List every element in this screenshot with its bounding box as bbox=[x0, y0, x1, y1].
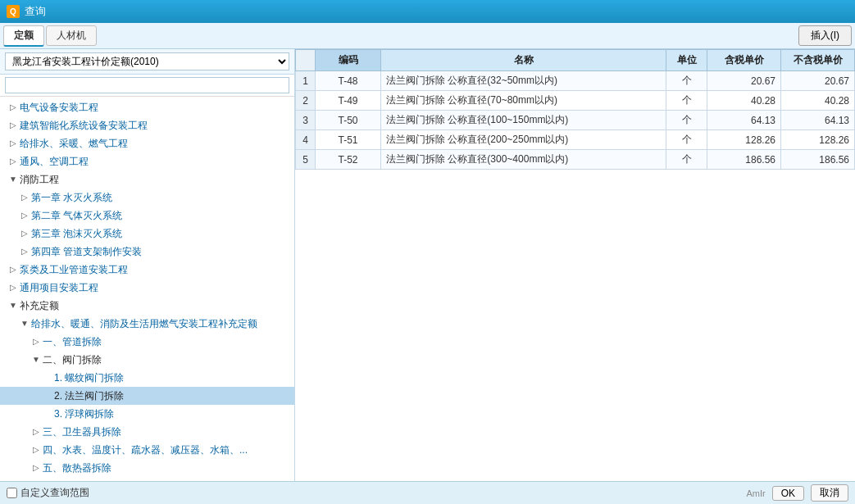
tree-item-extra1-2-3[interactable]: 3. 浮球阀拆除 bbox=[0, 405, 294, 423]
tree-item-fire1[interactable]: ▷第一章 水灭火系统 bbox=[0, 188, 294, 207]
tree-item-fire3[interactable]: ▷第三章 泡沫灭火系统 bbox=[0, 225, 294, 243]
tree-label-extra1: 给排水、暖通、消防及生活用燃气安装工程补充定额 bbox=[31, 316, 257, 331]
tree-item-extra1-4[interactable]: ▷四、水表、温度计、疏水器、减压器、水箱、... bbox=[0, 441, 294, 459]
tree-item-extra1[interactable]: ▼给排水、暖通、消防及生活用燃气安装工程补充定额 bbox=[0, 315, 294, 333]
tree-item-extra1-2-1[interactable]: 1. 螺纹阀门拆除 bbox=[0, 369, 294, 387]
tree-label-fire3: 第三章 泡沫灭火系统 bbox=[31, 226, 122, 241]
table-row[interactable]: 4T-51法兰阀门拆除 公称直径(200~250mm以内)个128.26128.… bbox=[296, 130, 855, 150]
tree-item-pump[interactable]: ▷泵类及工业管道安装工程 bbox=[0, 261, 294, 279]
tree-container[interactable]: ▷电气设备安装工程▷建筑智能化系统设备安装工程▷给排水、采暖、燃气工程▷通风、空… bbox=[0, 97, 294, 481]
tree-item-extra1-6[interactable]: ▷六、锅炉及部件、砌体拆除 bbox=[0, 477, 294, 481]
col-notaxprice-header: 不含税单价 bbox=[781, 50, 855, 71]
cell-num: 3 bbox=[296, 111, 316, 130]
tree-toggle-water[interactable]: ▷ bbox=[7, 137, 20, 150]
col-taxprice-header: 含税单价 bbox=[707, 50, 781, 71]
app-icon: Q bbox=[7, 5, 20, 18]
table-body: 1T-48法兰阀门拆除 公称直径(32~50mm以内)个20.6720.672T… bbox=[296, 71, 855, 170]
tree-toggle-hvac[interactable]: ▷ bbox=[7, 155, 20, 168]
cell-taxprice: 64.13 bbox=[707, 111, 781, 130]
tree-item-extra[interactable]: ▼补充定额 bbox=[0, 297, 294, 315]
tab-rencaiji[interactable]: 人材机 bbox=[46, 25, 97, 46]
tree-label-fire4: 第四章 管道支架制作安装 bbox=[31, 244, 142, 259]
tree-item-fire4[interactable]: ▷第四章 管道支架制作安装 bbox=[0, 243, 294, 261]
cell-unit: 个 bbox=[666, 150, 707, 170]
cancel-button[interactable]: 取消 bbox=[811, 484, 848, 502]
table-row[interactable]: 1T-48法兰阀门拆除 公称直径(32~50mm以内)个20.6720.67 bbox=[296, 71, 855, 91]
tree-toggle-fire1[interactable]: ▷ bbox=[18, 191, 31, 204]
tree-label-extra1-2-1: 1. 螺纹阀门拆除 bbox=[54, 370, 124, 385]
custom-range-checkbox-area[interactable]: 自定义查询范围 bbox=[7, 486, 89, 500]
left-header: 黑龙江省安装工程计价定额(2010) bbox=[0, 49, 294, 75]
cell-unit: 个 bbox=[666, 91, 707, 111]
tree-item-fire2[interactable]: ▷第二章 气体灭火系统 bbox=[0, 207, 294, 225]
cell-notaxprice: 128.26 bbox=[781, 130, 855, 150]
tree-toggle-extra1-3[interactable]: ▷ bbox=[30, 425, 43, 438]
cell-unit: 个 bbox=[666, 111, 707, 130]
tree-toggle-fire2[interactable]: ▷ bbox=[18, 209, 31, 222]
cell-code: T-50 bbox=[316, 111, 381, 130]
tree-item-water[interactable]: ▷给排水、采暖、燃气工程 bbox=[0, 134, 294, 152]
table-row[interactable]: 3T-50法兰阀门拆除 公称直径(100~150mm以内)个64.1364.13 bbox=[296, 111, 855, 130]
title-bar: Q 查询 bbox=[0, 0, 855, 23]
tree-toggle-fire3[interactable]: ▷ bbox=[18, 227, 31, 240]
quota-selector[interactable]: 黑龙江省安装工程计价定额(2010) bbox=[5, 52, 289, 70]
cell-unit: 个 bbox=[666, 71, 707, 91]
tree-item-extra1-1[interactable]: ▷一、管道拆除 bbox=[0, 333, 294, 351]
search-input[interactable] bbox=[5, 77, 289, 93]
table-row[interactable]: 2T-49法兰阀门拆除 公称直径(70~80mm以内)个40.2840.28 bbox=[296, 91, 855, 111]
table-row[interactable]: 5T-52法兰阀门拆除 公称直径(300~400mm以内)个186.56186.… bbox=[296, 150, 855, 170]
tree-label-hvac: 通风、空调工程 bbox=[20, 154, 89, 169]
tree-toggle-fire4[interactable]: ▷ bbox=[18, 245, 31, 258]
tree-toggle-extra1-6[interactable]: ▷ bbox=[30, 479, 43, 481]
table-header-row: 编码 名称 单位 含税单价 不含税单价 bbox=[296, 50, 855, 71]
tree-label-extra1-2: 二、阀门拆除 bbox=[43, 352, 102, 367]
main-container: 黑龙江省安装工程计价定额(2010) ▷电气设备安装工程▷建筑智能化系统设备安装… bbox=[0, 49, 855, 481]
tree-item-extra1-5[interactable]: ▷五、散热器拆除 bbox=[0, 459, 294, 477]
right-panel: 编码 名称 单位 含税单价 不含税单价 1T-48法兰阀门拆除 公称直径(32~… bbox=[295, 49, 855, 481]
tree-toggle-extra1-2[interactable]: ▼ bbox=[30, 353, 43, 366]
cell-notaxprice: 64.13 bbox=[781, 111, 855, 130]
tree-item-general[interactable]: ▷通用项目安装工程 bbox=[0, 279, 294, 297]
left-panel: 黑龙江省安装工程计价定额(2010) ▷电气设备安装工程▷建筑智能化系统设备安装… bbox=[0, 49, 295, 481]
cell-notaxprice: 40.28 bbox=[781, 91, 855, 111]
tree-toggle-extra[interactable]: ▼ bbox=[7, 299, 20, 312]
tree-toggle-fire[interactable]: ▼ bbox=[7, 173, 20, 186]
cell-taxprice: 186.56 bbox=[707, 150, 781, 170]
cell-num: 4 bbox=[296, 130, 316, 150]
cell-code: T-52 bbox=[316, 150, 381, 170]
col-code-header: 编码 bbox=[316, 50, 381, 71]
tree-toggle-extra1-1[interactable]: ▷ bbox=[30, 335, 43, 348]
tree-item-extra1-2-2[interactable]: 2. 法兰阀门拆除 bbox=[0, 387, 294, 405]
custom-range-label: 自定义查询范围 bbox=[20, 486, 89, 500]
status-bar: 自定义查询范围 AmIr OK 取消 bbox=[0, 481, 855, 504]
tree-toggle-pump[interactable]: ▷ bbox=[7, 263, 20, 276]
tree-item-elec[interactable]: ▷电气设备安装工程 bbox=[0, 98, 294, 116]
tree-label-general: 通用项目安装工程 bbox=[20, 280, 98, 295]
cell-name: 法兰阀门拆除 公称直径(200~250mm以内) bbox=[381, 130, 666, 150]
insert-button[interactable]: 插入(I) bbox=[798, 25, 852, 46]
cell-code: T-49 bbox=[316, 91, 381, 111]
toolbar: 定额 人材机 插入(I) bbox=[0, 23, 855, 49]
tree-toggle-smart[interactable]: ▷ bbox=[7, 119, 20, 132]
tree-item-hvac[interactable]: ▷通风、空调工程 bbox=[0, 152, 294, 170]
ok-button[interactable]: OK bbox=[772, 486, 804, 501]
tree-item-extra1-2[interactable]: ▼二、阀门拆除 bbox=[0, 351, 294, 369]
tree-item-extra1-3[interactable]: ▷三、卫生器具拆除 bbox=[0, 423, 294, 441]
tree-item-smart[interactable]: ▷建筑智能化系统设备安装工程 bbox=[0, 116, 294, 134]
title-text: 查询 bbox=[25, 4, 46, 19]
tab-dinge[interactable]: 定额 bbox=[3, 25, 44, 47]
tree-item-fire[interactable]: ▼消防工程 bbox=[0, 170, 294, 188]
tree-toggle-elec[interactable]: ▷ bbox=[7, 101, 20, 114]
tree-toggle-general[interactable]: ▷ bbox=[7, 281, 20, 294]
amir-label: AmIr bbox=[746, 488, 765, 498]
tree-toggle-extra1-5[interactable]: ▷ bbox=[30, 461, 43, 474]
custom-range-checkbox[interactable] bbox=[7, 488, 17, 498]
cell-taxprice: 128.26 bbox=[707, 130, 781, 150]
cell-taxprice: 40.28 bbox=[707, 91, 781, 111]
tree-toggle-extra1[interactable]: ▼ bbox=[18, 317, 31, 330]
cell-notaxprice: 20.67 bbox=[781, 71, 855, 91]
tree-toggle-extra1-4[interactable]: ▷ bbox=[30, 443, 43, 456]
status-bar-right: AmIr OK 取消 bbox=[746, 484, 848, 502]
tree-label-smart: 建筑智能化系统设备安装工程 bbox=[20, 118, 148, 133]
cell-code: T-51 bbox=[316, 130, 381, 150]
